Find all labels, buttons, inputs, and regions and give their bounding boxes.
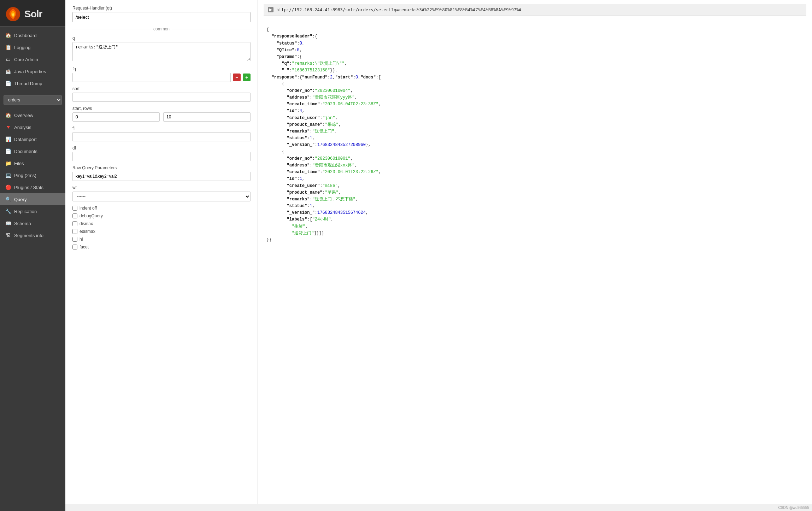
core-selector[interactable]: orders — [4, 95, 62, 105]
solr-logo-text: Solr — [24, 8, 42, 20]
fq-input[interactable] — [72, 73, 231, 82]
sidebar-item-schema[interactable]: 📖 Schema — [0, 217, 65, 229]
sidebar-item-label: Schema — [14, 221, 31, 226]
sidebar-item-label: Replication — [14, 209, 37, 214]
sidebar-item-dashboard[interactable]: 🏠 Dashboard — [0, 29, 65, 41]
dataimport-icon: 📊 — [5, 136, 11, 142]
sidebar-item-label: Files — [14, 161, 24, 166]
q-label: q — [72, 36, 251, 41]
thread-dump-icon: 📄 — [5, 80, 11, 87]
raw-query-input[interactable] — [72, 172, 251, 181]
debug-query-group: debugQuery — [72, 213, 251, 218]
plugins-icon: 🔴 — [5, 184, 11, 190]
sidebar-item-label: Segments info — [14, 233, 43, 238]
sidebar-item-label: Query — [14, 197, 27, 202]
sidebar-item-plugins-stats[interactable]: 🔴 Plugins / Stats — [0, 181, 65, 193]
raw-query-group: Raw Query Parameters — [72, 165, 251, 181]
start-rows-inputs — [72, 112, 251, 122]
sidebar-item-label: Analysis — [14, 125, 31, 130]
df-input[interactable] — [72, 152, 251, 161]
json-result: { "responseHeader":{ "status":0, "QTime"… — [264, 16, 806, 254]
indent-off-checkbox[interactable] — [72, 206, 77, 211]
raw-query-label: Raw Query Parameters — [72, 165, 251, 170]
sidebar-item-analysis[interactable]: 🔻 Analysis — [0, 121, 65, 133]
dismax-checkbox[interactable] — [72, 221, 77, 226]
fl-input[interactable] — [72, 132, 251, 141]
checkboxes-group: indent off debugQuery dismax edismax hl — [72, 206, 251, 249]
facet-checkbox[interactable] — [72, 245, 77, 249]
content-area: Request-Handler (qt) common q fq − + sor… — [65, 0, 812, 504]
sidebar-item-logging[interactable]: 📋 Logging — [0, 41, 65, 53]
sidebar-item-core-admin[interactable]: 🗂 Core Admin — [0, 53, 65, 65]
fq-row: − + — [72, 73, 251, 82]
sidebar-item-segments-info[interactable]: 🏗 Segments info — [0, 229, 65, 241]
wt-label: wt — [72, 185, 251, 190]
fl-label: fl — [72, 126, 251, 131]
sidebar-item-label: Dashboard — [14, 33, 37, 38]
overview-icon: 🏠 — [5, 112, 11, 118]
sidebar-item-thread-dump[interactable]: 📄 Thread Dump — [0, 77, 65, 89]
edismax-label: edismax — [80, 229, 95, 234]
dismax-group: dismax — [72, 221, 251, 226]
request-handler-label: Request-Handler (qt) — [72, 6, 251, 11]
sidebar-nav: 🏠 Dashboard 📋 Logging 🗂 Core Admin ☕ Jav… — [0, 27, 65, 92]
sort-label: sort — [72, 86, 251, 91]
sidebar-item-overview[interactable]: 🏠 Overview — [0, 109, 65, 121]
sidebar-item-query[interactable]: 🔍 Query — [0, 193, 65, 205]
schema-icon: 📖 — [5, 220, 11, 227]
fq-add-button[interactable]: + — [243, 74, 251, 81]
hl-checkbox[interactable] — [72, 237, 77, 242]
core-nav: 🏠 Overview 🔻 Analysis 📊 Dataimport 📄 Doc… — [0, 108, 65, 243]
query-icon: 🔍 — [5, 196, 11, 202]
hl-label: hl — [80, 237, 83, 242]
sidebar-item-dataimport[interactable]: 📊 Dataimport — [0, 133, 65, 145]
request-handler-input[interactable] — [72, 12, 251, 22]
dashboard-icon: 🏠 — [5, 32, 11, 39]
sidebar-item-java-properties[interactable]: ☕ Java Properties — [0, 65, 65, 77]
debug-query-label: debugQuery — [80, 213, 103, 218]
url-icon: ▶ — [268, 7, 273, 12]
sidebar-item-files[interactable]: 📁 Files — [0, 157, 65, 169]
sort-input[interactable] — [72, 93, 251, 102]
sidebar-item-label: Overview — [14, 113, 33, 118]
segments-icon: 🏗 — [5, 232, 11, 239]
main-content: Request-Handler (qt) common q fq − + sor… — [65, 0, 812, 511]
edismax-checkbox[interactable] — [72, 229, 77, 234]
replication-icon: 🔧 — [5, 208, 11, 215]
fq-remove-button[interactable]: − — [233, 74, 241, 81]
sidebar-item-label: Plugins / Stats — [14, 185, 43, 190]
sidebar-item-documents[interactable]: 📄 Documents — [0, 145, 65, 157]
core-select[interactable]: orders — [4, 95, 62, 105]
sidebar-item-label: Thread Dump — [14, 81, 42, 86]
sidebar-item-label: Java Properties — [14, 69, 46, 74]
sidebar-item-label: Core Admin — [14, 57, 38, 62]
sidebar-item-replication[interactable]: 🔧 Replication — [0, 205, 65, 217]
logo: Solr — [0, 0, 65, 27]
sidebar-item-label: Documents — [14, 149, 37, 154]
q-input[interactable] — [72, 42, 251, 61]
sidebar-item-label: Ping (2ms) — [14, 173, 36, 178]
documents-icon: 📄 — [5, 148, 11, 154]
debug-query-checkbox[interactable] — [72, 213, 77, 218]
footer-watermark: CSDN @wu865555 — [65, 504, 812, 511]
url-bar: ▶ http://192.168.244.41:8983/solr/orders… — [264, 4, 806, 16]
facet-label: facet — [80, 245, 89, 249]
start-rows-group: start, rows — [72, 106, 251, 122]
query-panel: Request-Handler (qt) common q fq − + sor… — [65, 0, 258, 504]
sidebar-item-label: Dataimport — [14, 137, 37, 142]
rows-input[interactable] — [163, 112, 251, 122]
indent-off-group: indent off — [72, 206, 251, 211]
wt-select[interactable]: ------ json xml csv python ruby php velo… — [72, 192, 251, 201]
ping-icon: 💻 — [5, 172, 11, 178]
core-admin-icon: 🗂 — [5, 56, 11, 63]
common-divider: common — [72, 27, 251, 31]
df-label: df — [72, 146, 251, 151]
start-input[interactable] — [72, 112, 160, 122]
java-icon: ☕ — [5, 68, 11, 75]
facet-group: facet — [72, 245, 251, 249]
fq-group: fq − + — [72, 66, 251, 82]
files-icon: 📁 — [5, 160, 11, 166]
sidebar-item-ping[interactable]: 💻 Ping (2ms) — [0, 169, 65, 181]
start-rows-label: start, rows — [72, 106, 251, 111]
edismax-group: edismax — [72, 229, 251, 234]
